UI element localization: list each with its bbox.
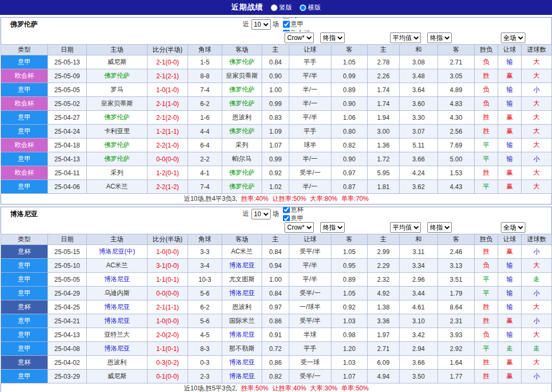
euro-final-odds-select[interactable]: 终指 [427,222,452,233]
euro-home-odds: 1.81 [368,180,400,194]
league-filter-checkbox[interactable] [283,18,290,19]
euro-draw-odds: 3.08 [400,55,438,69]
home-team-cell: 佛罗伦萨 [87,111,148,125]
score-cell: 2-1(0-0) [148,55,188,69]
euro-away-odds: 2.56 [438,125,475,138]
euro-home-odds: 2.29 [368,259,400,273]
match-type-cell: 意甲 [1,180,48,194]
league-filter[interactable]: 意甲 [283,20,310,29]
away-team-cell: 尤文图斯 [222,273,262,287]
euro-home-odds: 4.92 [368,287,400,300]
match-date-cell: 25-04-02 [48,356,87,370]
away-team-cell: AC米兰 [222,245,262,259]
layout-option-vertical[interactable]: 竖版 [271,3,292,12]
result-outcome: 平 [475,287,498,300]
result-handicap: 输 [498,287,522,300]
match-type-cell: 意甲 [1,314,48,328]
away-team-cell: 皇家贝蒂斯 [222,69,262,83]
euro-away-odds: 3.51 [438,273,475,287]
asia-final-odds-select[interactable]: 终指 [320,222,345,233]
odds-source-select[interactable]: Crow* [285,222,314,233]
games-count-select[interactable]: 10 [251,19,271,30]
league-filter[interactable]: 欧会杯 [283,29,310,31]
league-filter-checkbox[interactable] [283,215,290,221]
asian-home-odds: 0.84 [262,55,289,69]
league-filter-label: 意杯 [291,207,304,214]
match-date-cell: 25-05-13 [48,55,87,69]
match-type-cell: 意甲 [1,342,48,356]
match-row: 意甲25-05-10AC米兰3-1(0-0)3-4博洛尼亚0.94平/半0.95… [1,259,552,273]
asian-home-odds: 1.09 [262,125,289,138]
league-filter-checkbox[interactable] [283,207,290,213]
euro-home-odds: 3.36 [368,314,400,328]
asian-handicap: 半/一 [289,152,331,166]
result-outcome: 胜 [475,125,498,138]
asian-home-odds: 1.07 [262,138,289,152]
corners-cell: 6-2 [188,300,222,314]
home-team-cell: 佛罗伦萨 [87,69,148,83]
match-date-cell: 25-04-25 [48,300,87,314]
summary-text: 近10场,胜4平3负3, 胜率:40% 让胜率:50% 大率:80% 单率:70… [1,194,552,205]
league-filter-checkbox[interactable] [283,30,290,31]
home-team-cell: AC米兰 [87,180,148,194]
euro-final-odds-select[interactable]: 终指 [427,32,452,43]
corners-cell: 0-3 [188,356,222,370]
asian-handicap: 半/一 [289,180,331,194]
asian-handicap: 半球 [289,328,331,342]
asian-home-odds: 0.82 [262,370,289,383]
layout-radio-vertical[interactable] [271,4,278,11]
league-filter-checkbox[interactable] [283,21,290,28]
match-date-cell: 25-05-15 [48,245,87,259]
summary-segment: 近10场,胜5平3负2, [184,385,239,392]
euro-average-select[interactable]: 平均值 [390,32,421,43]
home-team-cell: 博洛尼亚 [87,273,148,287]
euro-draw-odds: 3.44 [400,287,438,300]
games-count-select[interactable]: 10 [251,209,271,219]
asian-handicap: 平/半 [289,111,331,125]
score-cell: 1-0(0-0) [148,314,188,328]
euro-average-select[interactable]: 平均值 [390,222,421,233]
score-cell: 1-1(0-1) [148,273,188,287]
home-team-cell: 博洛尼亚 [87,314,148,328]
filter-controls: 近 10 场 同赛意杯意甲欧冠杯 [243,207,310,221]
match-type-cell: 意甲 [1,125,48,138]
league-filter-label: 意甲 [291,214,304,221]
corners-cell: 6-4 [188,138,222,152]
result-goals: 大 [522,300,552,314]
league-filter[interactable]: 意杯 [283,207,310,214]
odds-source-select[interactable]: Crow* [285,32,314,43]
league-filter[interactable]: 意甲 [283,214,310,221]
layout-option-horizontal[interactable]: 横版 [299,3,321,12]
asian-odds-dropdowns: Crow*终指 [262,31,368,45]
near-label: 近 [243,20,249,29]
match-scope-select[interactable]: 全场 [501,222,525,233]
match-scope-select[interactable]: 全场 [501,32,525,43]
column-header: 角球 [188,234,222,245]
asian-away-odds: 0.97 [331,166,368,180]
summary-row: 近10场,胜5平3负2, 胜率:50% 让胜率:40% 大率:30% 单率:50… [1,383,552,392]
match-row: 意甲25-04-27佛罗伦萨2-1(2-0)1-6恩波利0.83平/半1.061… [1,111,552,125]
near-label: 近 [243,209,249,218]
euro-away-odds: 2.31 [438,314,475,328]
euro-away-odds: 1.79 [438,287,475,300]
asia-final-odds-select[interactable]: 终指 [320,32,345,43]
home-team-cell: 博洛尼亚(中) [87,245,148,259]
euro-draw-odds: 3.66 [400,356,438,370]
result-outcome: 平 [475,342,498,356]
score-cell: 2-2(1-0) [148,138,188,152]
asian-away-odds: 1.03 [331,356,368,370]
asian-away-odds: 1.20 [331,342,368,356]
result-outcome: 平 [475,138,498,152]
euro-draw-odds: 3.11 [400,245,438,259]
column-header-row: 类型日期主场比分(半场)角球客场主让球客主和客胜负让球进球数 [1,234,552,245]
match-type-cell: 意甲 [1,259,48,273]
dropdown-row-spacer [1,221,262,234]
euro-draw-odds: 3.10 [400,314,438,328]
column-header: 比分(半场) [148,45,188,55]
result-handicap: 输 [498,138,522,152]
result-outcome: 胜 [475,300,498,314]
result-handicap: 赢 [498,166,522,180]
euro-draw-odds: 3.30 [400,111,438,125]
column-header: 进球数 [522,234,552,245]
layout-radio-horizontal[interactable] [299,4,306,11]
